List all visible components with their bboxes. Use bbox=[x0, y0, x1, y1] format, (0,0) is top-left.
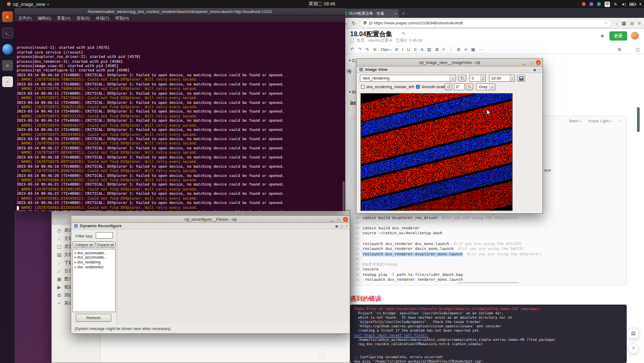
format-icon[interactable]: ⋮ bbox=[449, 47, 453, 52]
topic-select[interactable]: /dvs_rendering ▾ bbox=[360, 75, 456, 82]
expand-arrow-icon[interactable]: ▶ bbox=[75, 256, 76, 259]
format-icon[interactable]: I bbox=[402, 47, 403, 52]
format-icon[interactable]: ⊘ bbox=[373, 47, 377, 52]
format-icon[interactable]: ∞ bbox=[464, 47, 467, 52]
expand-all-button[interactable]: Expand all bbox=[96, 241, 116, 248]
downloads-icon[interactable]: ↓ bbox=[615, 21, 618, 26]
dock-icon[interactable]: >_ bbox=[2, 28, 13, 38]
format-icon[interactable]: B bbox=[395, 47, 398, 52]
format-icon[interactable]: ⋯ bbox=[479, 47, 484, 52]
menu-item[interactable]: 编辑(E) bbox=[38, 16, 51, 21]
expand-arrow-icon[interactable]: ▶ bbox=[75, 266, 76, 268]
checkbox-box[interactable]: ✓ bbox=[416, 85, 420, 89]
menu-item[interactable]: 文件(F) bbox=[18, 16, 32, 21]
format-icon[interactable]: ✎ bbox=[365, 47, 369, 52]
terminal-output[interactable]: process[rosout-1]: started with pid [457… bbox=[15, 22, 345, 211]
update-button[interactable]: 更新 bbox=[609, 31, 627, 41]
menu-item[interactable]: 终端(T) bbox=[96, 16, 110, 21]
dock-settings-icon[interactable]: ▣ bbox=[335, 224, 338, 228]
format-icon[interactable]: ▨ bbox=[427, 47, 432, 52]
font-size-select[interactable]: 15px ▾ bbox=[380, 47, 392, 52]
url-bar[interactable]: ☆ bbox=[360, 19, 612, 27]
show-applications-icon[interactable] bbox=[319, 353, 326, 360]
window-titlebar[interactable]: rqt_reconfigure__Param - rqt ▁ ▢ × bbox=[71, 216, 350, 223]
menu-icon[interactable]: ≡ bbox=[638, 21, 641, 26]
fullscreen-icon[interactable]: ▢ bbox=[635, 47, 640, 52]
menu-item[interactable]: 帮助(H) bbox=[115, 16, 129, 21]
max-range-spinbox[interactable]: 10.00 ▲▼ bbox=[489, 75, 515, 82]
format-icon[interactable]: ⊞ bbox=[457, 47, 461, 52]
dock-settings-icon[interactable]: ▣ bbox=[533, 68, 536, 71]
format-icon[interactable]: ↶ bbox=[351, 47, 354, 52]
code-theme-select[interactable]: Yuque Light ▾ bbox=[587, 118, 611, 123]
help-button[interactable]: ? bbox=[628, 343, 639, 354]
terminal-titlebar[interactable]: /home/lv/catkin_ws/src/rpg_dvs_ros/dvs_r… bbox=[15, 8, 345, 15]
expand-arrow-icon[interactable]: ▶ bbox=[75, 261, 76, 263]
save-image-button[interactable] bbox=[517, 75, 525, 82]
collapse-all-button[interactable]: Collapse all bbox=[72, 241, 95, 248]
network-icon[interactable]: ⇅ bbox=[614, 2, 617, 6]
edit-title-icon[interactable]: ✎ bbox=[402, 31, 406, 36]
tree-node[interactable]: ▶dvs_rendering bbox=[73, 260, 115, 265]
minimize-icon[interactable]: ▁ bbox=[522, 60, 527, 65]
mouse-left-checkbox[interactable]: dvs_rendering_mouse_left bbox=[361, 84, 414, 89]
maximize-icon[interactable]: ▢ bbox=[336, 217, 341, 222]
format-icon[interactable]: ↷ bbox=[358, 47, 362, 52]
reload-icon[interactable]: ↻ bbox=[352, 21, 356, 26]
window-titlebar[interactable]: rqt_image_view__ImageView - rqt ▁ ▢ × bbox=[357, 59, 542, 67]
tree-node[interactable]: ▶dvs_undistorted bbox=[73, 265, 115, 269]
tray-icon[interactable] bbox=[589, 2, 593, 6]
filter-key-input[interactable] bbox=[96, 232, 113, 239]
outline-toggle-icon[interactable]: ⊞ bbox=[618, 47, 621, 52]
panel-close-icon[interactable]: ○ bbox=[538, 68, 540, 71]
refresh-topics-button[interactable]: ↻ bbox=[458, 75, 466, 82]
color-scheme-select[interactable]: Gray ▾ bbox=[476, 83, 495, 90]
dock-icon[interactable]: A bbox=[2, 11, 13, 22]
dock-icon[interactable] bbox=[2, 44, 13, 55]
dock-icon[interactable]: ≡ bbox=[2, 76, 13, 87]
share-icon[interactable]: ☻ bbox=[600, 33, 605, 38]
page-scrollbar-thumb[interactable] bbox=[637, 107, 640, 132]
tray-icon[interactable] bbox=[582, 2, 586, 6]
tray-icon[interactable] bbox=[597, 2, 601, 6]
spinner-arrows[interactable]: ▲▼ bbox=[509, 75, 514, 81]
battery-icon[interactable] bbox=[629, 3, 635, 6]
app-menu[interactable]: rqt_image_view ▾ bbox=[7, 2, 49, 7]
extensions-icon[interactable]: ▦ bbox=[621, 21, 626, 26]
minimize-icon[interactable]: ▁ bbox=[329, 217, 334, 222]
dvs-event-image[interactable] bbox=[360, 93, 513, 211]
expand-arrow-icon[interactable]: ▶ bbox=[75, 252, 76, 254]
volume-icon[interactable]: ◄) bbox=[621, 2, 626, 6]
tab-close-icon[interactable]: × bbox=[394, 12, 397, 15]
checkbox-box[interactable] bbox=[361, 85, 365, 89]
code-language-select[interactable]: Bash ▾ bbox=[569, 118, 581, 123]
menu-item[interactable]: 搜索(S) bbox=[77, 16, 90, 21]
breadcrumb[interactable]: 首页 · ubuntu记事本 bbox=[357, 38, 393, 43]
format-icon[interactable]: U bbox=[407, 47, 410, 52]
format-icon[interactable]: ≣ bbox=[435, 47, 439, 52]
tree-node[interactable]: ▶dvs_accumulate... bbox=[73, 250, 115, 255]
input-method-indicator[interactable]: 中 bbox=[605, 2, 610, 7]
avatar[interactable] bbox=[630, 31, 639, 40]
format-icon[interactable]: ▦ bbox=[471, 47, 475, 52]
account-icon[interactable]: ◎ bbox=[630, 21, 634, 26]
keyboard-helper-button[interactable]: ▤ bbox=[628, 328, 639, 339]
menu-item[interactable]: 查看(V) bbox=[57, 16, 71, 21]
rotate-left-button[interactable]: ↺ bbox=[445, 83, 452, 90]
new-tab-button[interactable]: + bbox=[402, 11, 405, 16]
float-panel-icon[interactable]: ▢ bbox=[340, 224, 344, 228]
dock-icon[interactable]: ◎ bbox=[2, 60, 13, 71]
panel-close-icon[interactable]: × bbox=[345, 225, 347, 228]
rotate-right-button[interactable]: ↻ bbox=[466, 83, 473, 90]
shield-icon[interactable] bbox=[364, 21, 367, 25]
terminal-scrollbar[interactable] bbox=[343, 181, 345, 211]
code-more-icon[interactable]: ⋯ bbox=[618, 118, 622, 123]
format-icon[interactable]: ≡ bbox=[442, 47, 445, 52]
horizontal-scrollbar[interactable] bbox=[457, 282, 519, 283]
bookmark-star-icon[interactable]: ☆ bbox=[604, 21, 608, 25]
chevron-down-icon[interactable]: ▾ bbox=[639, 2, 641, 6]
format-icon[interactable]: S bbox=[414, 47, 417, 52]
clock[interactable]: 星期二 09:46 bbox=[308, 1, 335, 8]
close-icon[interactable]: × bbox=[343, 217, 348, 222]
maximize-icon[interactable]: ▢ bbox=[529, 60, 534, 65]
